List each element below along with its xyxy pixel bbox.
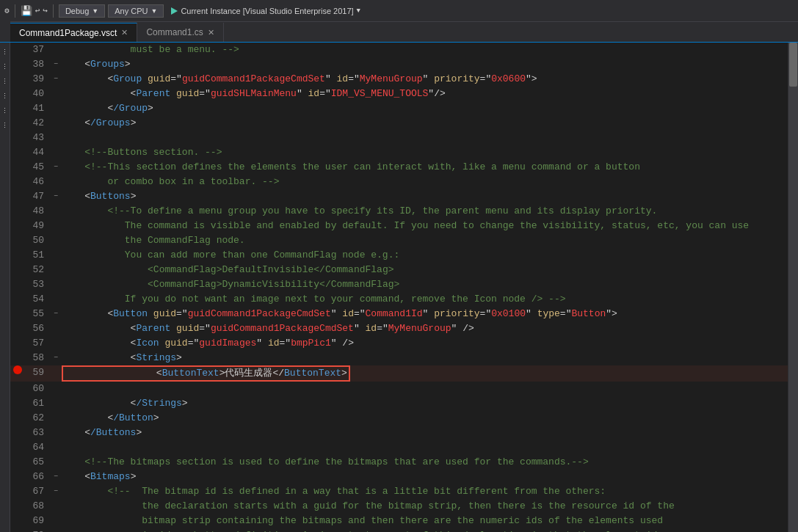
sidebar-icon-5[interactable]: ⋮ <box>1 104 8 119</box>
line-number-66: 66 <box>25 470 50 484</box>
line-number-39: 39 <box>25 72 50 87</box>
line-53: 53 <CommandFlag>DynamicVisibility</Comma… <box>10 277 788 292</box>
line-43: 43 <box>10 131 788 145</box>
collapse-67[interactable]: − <box>50 484 62 499</box>
run-dropdown-arrow: ▼ <box>357 7 360 15</box>
line-content-38: <Groups> <box>62 57 788 72</box>
line-42: 42 </Groups> <box>10 116 788 131</box>
collapse-38[interactable]: − <box>50 57 62 72</box>
scrollbar[interactable] <box>788 43 798 532</box>
line-50: 50 the CommandFlag node. <box>10 233 788 248</box>
cpu-dropdown-arrow: ▼ <box>150 7 157 15</box>
line-69: 69 bitmap strip containing the bitmaps a… <box>10 514 788 528</box>
line-content-48: <!--To define a menu group you have to s… <box>62 204 788 219</box>
sidebar-icon-6[interactable]: ⋮ <box>1 119 8 134</box>
line-number-64: 64 <box>25 440 50 455</box>
toolbar-redo-icon[interactable]: ↪ <box>43 6 48 15</box>
tab-2[interactable]: Command1.cs ✕ <box>137 23 223 42</box>
line-content-65: <!--The bitmaps section is used to defin… <box>62 455 788 470</box>
code-editor[interactable]: 37 must be a menu. -->38− <Groups>39− <G… <box>10 43 788 532</box>
line-content-45: <!--This section defines the elements th… <box>62 160 788 175</box>
toolbar-sep-2 <box>53 4 54 18</box>
line-number-40: 40 <box>25 87 50 101</box>
toolbar-save-icon[interactable]: 💾 <box>21 5 32 17</box>
line-content-46: or combo box in a toolbar. --> <box>62 175 788 189</box>
sidebar-icon-4[interactable]: ⋮ <box>1 90 8 104</box>
line-55: 55− <Button guid="guidCommand1PackageCmd… <box>10 307 788 321</box>
line-number-46: 46 <box>25 175 50 189</box>
scrollbar-thumb[interactable] <box>789 43 797 87</box>
line-content-49: The command is visible and enabled by de… <box>62 219 788 233</box>
collapse-55[interactable]: − <box>50 307 62 321</box>
line-number-51: 51 <box>25 248 50 263</box>
app-window: ⚙ 💾 ↩ ↪ Debug ▼ Any CPU ▼ Current Instan… <box>0 0 798 532</box>
line-number-61: 61 <box>25 396 50 411</box>
line-content-56: <Parent guid="guidCommand1PackageCmdSet"… <box>62 321 788 336</box>
line-content-68: the declaration starts with a guid for t… <box>62 499 788 514</box>
line-content-69: bitmap strip containing the bitmaps and … <box>62 514 788 528</box>
line-content-61: </Strings> <box>62 396 788 411</box>
line-number-54: 54 <box>25 292 50 307</box>
sidebar-icon-1[interactable]: ⋮ <box>1 45 8 60</box>
line-content-50: the CommandFlag node. <box>62 233 788 248</box>
line-content-70: inside a button definition. An important… <box>62 528 788 532</box>
left-sidebar-strip <box>0 21 10 42</box>
toolbar-menu-icon[interactable]: ⚙ <box>4 6 10 15</box>
line-number-45: 45 <box>25 160 50 175</box>
line-37: 37 must be a menu. --> <box>10 43 788 57</box>
collapse-47[interactable]: − <box>50 189 62 204</box>
line-65: 65 <!--The bitmaps section is used to de… <box>10 455 788 470</box>
line-number-56: 56 <box>25 321 50 336</box>
tab-bar: Command1Package.vsct ✕ Command1.cs ✕ <box>0 22 798 43</box>
debug-dropdown[interactable]: Debug ▼ <box>59 4 105 18</box>
highlight-box-59: <ButtonText>代码生成器</ButtonText> <box>62 365 350 382</box>
tab-2-close[interactable]: ✕ <box>208 28 214 37</box>
line-number-41: 41 <box>25 101 50 116</box>
run-button[interactable]: Current Instance [Visual Studio Enterpri… <box>167 5 365 17</box>
line-content-54: If you do not want an image next to your… <box>62 292 788 307</box>
collapse-66[interactable]: − <box>50 470 62 484</box>
line-60: 60 <box>10 382 788 396</box>
toolbar-sep-1 <box>15 4 15 18</box>
line-content-57: <Icon guid="guidImages" id="bmpPic1" /> <box>62 336 788 351</box>
line-number-44: 44 <box>25 145 50 160</box>
line-content-52: <CommandFlag>DefaultInvisible</CommandFl… <box>62 263 788 277</box>
collapse-39[interactable]: − <box>50 72 62 87</box>
line-47: 47− <Buttons> <box>10 189 788 204</box>
line-number-57: 57 <box>25 336 50 351</box>
line-45: 45− <!--This section defines the element… <box>10 160 788 175</box>
line-number-47: 47 <box>25 189 50 204</box>
tab-2-label: Command1.cs <box>146 27 203 37</box>
line-58: 58− <Strings> <box>10 351 788 365</box>
line-number-58: 58 <box>25 351 50 365</box>
sidebar-icon-3[interactable]: ⋮ <box>1 75 8 90</box>
run-triangle-icon <box>171 7 178 15</box>
editor-area: ⋮ ⋮ ⋮ ⋮ ⋮ ⋮ 37 must be a menu. -->38− <G… <box>0 43 798 532</box>
line-content-37: must be a menu. --> <box>62 43 788 57</box>
collapse-58[interactable]: − <box>50 351 62 365</box>
line-number-48: 48 <box>25 204 50 219</box>
line-number-67: 67 <box>25 484 50 499</box>
line-number-37: 37 <box>25 43 50 57</box>
line-51: 51 You can add more than one CommandFlag… <box>10 248 788 263</box>
line-content-44: <!--Buttons section. --> <box>62 145 788 160</box>
cpu-dropdown[interactable]: Any CPU ▼ <box>108 4 164 18</box>
line-content-42: </Groups> <box>62 116 788 131</box>
line-46: 46 or combo box in a toolbar. --> <box>10 175 788 189</box>
line-number-69: 69 <box>25 514 50 528</box>
tab-1[interactable]: Command1Package.vsct ✕ <box>10 23 137 42</box>
line-48: 48 <!--To define a menu group you have t… <box>10 204 788 219</box>
line-49: 49 The command is visible and enabled by… <box>10 219 788 233</box>
collapse-45[interactable]: − <box>50 160 62 175</box>
line-number-62: 62 <box>25 411 50 426</box>
sidebar-icon-2[interactable]: ⋮ <box>1 60 8 75</box>
line-number-52: 52 <box>25 263 50 277</box>
tab-1-close[interactable]: ✕ <box>121 28 128 37</box>
debug-label: Debug <box>65 7 89 15</box>
line-content-63: </Buttons> <box>62 426 788 440</box>
toolbar-undo-icon[interactable]: ↩ <box>35 6 40 15</box>
line-66: 66− <Bitmaps> <box>10 470 788 484</box>
breakpoint-col-59[interactable] <box>10 365 25 374</box>
line-number-42: 42 <box>25 116 50 131</box>
line-content-55: <Button guid="guidCommand1PackageCmdSet"… <box>62 307 788 321</box>
